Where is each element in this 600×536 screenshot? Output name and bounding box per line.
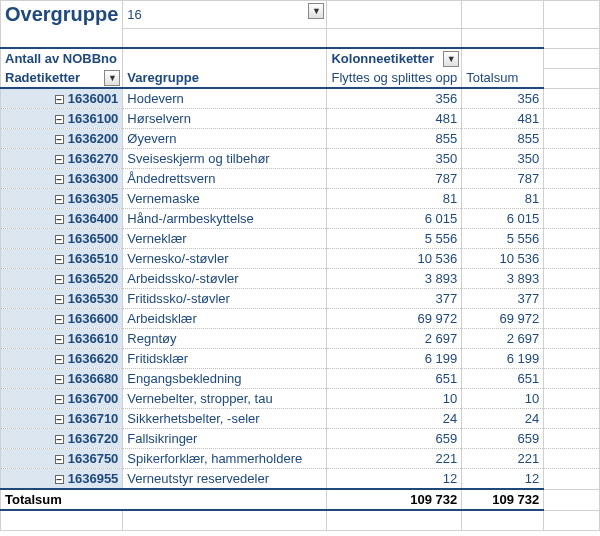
row-value-total[interactable]: 221 [462, 449, 544, 469]
row-name[interactable]: Engangsbekledning [123, 369, 327, 389]
row-value-1[interactable]: 69 972 [327, 309, 462, 329]
dropdown-icon[interactable]: ▼ [443, 51, 459, 67]
row-name[interactable]: Sikkerhetsbelter, -seler [123, 409, 327, 429]
row-value-total[interactable]: 651 [462, 369, 544, 389]
measure-label[interactable]: Antall av NOBBno [1, 48, 123, 68]
collapse-icon[interactable]: − [55, 315, 64, 324]
row-value-1[interactable]: 10 [327, 389, 462, 409]
row-code-cell[interactable]: −1636520 [1, 269, 123, 289]
row-value-total[interactable]: 69 972 [462, 309, 544, 329]
col1-header[interactable]: Flyttes og splittes opp [327, 68, 462, 88]
collapse-icon[interactable]: − [55, 115, 64, 124]
row-value-total[interactable]: 659 [462, 429, 544, 449]
empty-cell[interactable] [544, 489, 600, 510]
row-value-total[interactable]: 481 [462, 109, 544, 129]
row-value-1[interactable]: 221 [327, 449, 462, 469]
empty-cell[interactable] [544, 329, 600, 349]
row-value-total[interactable]: 2 697 [462, 329, 544, 349]
row-value-total[interactable]: 787 [462, 169, 544, 189]
row-value-total[interactable]: 10 536 [462, 249, 544, 269]
row-code-cell[interactable]: −1636530 [1, 289, 123, 309]
empty-cell[interactable] [544, 369, 600, 389]
empty-cell[interactable] [462, 510, 544, 530]
empty-cell[interactable] [544, 189, 600, 209]
empty-cell[interactable] [1, 510, 123, 530]
row-code-cell[interactable]: −1636300 [1, 169, 123, 189]
row-value-total[interactable]: 350 [462, 149, 544, 169]
empty-cell[interactable] [544, 129, 600, 149]
row-value-total[interactable]: 377 [462, 289, 544, 309]
row-value-total[interactable]: 3 893 [462, 269, 544, 289]
row-value-total[interactable]: 6 199 [462, 349, 544, 369]
empty-cell[interactable] [544, 429, 600, 449]
row-value-1[interactable]: 377 [327, 289, 462, 309]
collapse-icon[interactable]: − [55, 275, 64, 284]
empty-cell[interactable] [544, 229, 600, 249]
row-code-cell[interactable]: −1636710 [1, 409, 123, 429]
row-code-cell[interactable]: −1636620 [1, 349, 123, 369]
row-code-cell[interactable]: −1636720 [1, 429, 123, 449]
collapse-icon[interactable]: − [55, 295, 64, 304]
row-value-1[interactable]: 356 [327, 88, 462, 109]
row-value-total[interactable]: 855 [462, 129, 544, 149]
collapse-icon[interactable]: − [55, 155, 64, 164]
empty-cell[interactable] [544, 48, 600, 68]
row-value-1[interactable]: 651 [327, 369, 462, 389]
row-value-1[interactable]: 787 [327, 169, 462, 189]
row-code-cell[interactable]: −1636500 [1, 229, 123, 249]
row-value-total[interactable]: 5 556 [462, 229, 544, 249]
row-name[interactable]: Hodevern [123, 88, 327, 109]
empty-cell[interactable] [327, 1, 462, 29]
row-name[interactable]: Hørselvern [123, 109, 327, 129]
collapse-icon[interactable]: − [55, 475, 64, 484]
row-name[interactable]: Fritidsklær [123, 349, 327, 369]
row-name[interactable]: Hånd-/armbeskyttelse [123, 209, 327, 229]
column-header-cell[interactable]: Kolonneetiketter ▼ [327, 48, 462, 68]
row-value-total[interactable]: 12 [462, 469, 544, 490]
empty-cell[interactable] [544, 169, 600, 189]
row-code-cell[interactable]: −1636200 [1, 129, 123, 149]
row-value-1[interactable]: 855 [327, 129, 462, 149]
row-code-cell[interactable]: −1636700 [1, 389, 123, 409]
collapse-icon[interactable]: − [55, 335, 64, 344]
row-value-total[interactable]: 6 015 [462, 209, 544, 229]
grand-total-v1[interactable]: 109 732 [327, 489, 462, 510]
row-name[interactable]: Verneklær [123, 229, 327, 249]
varegruppe-header[interactable]: Varegruppe [123, 68, 327, 88]
collapse-icon[interactable]: − [55, 435, 64, 444]
grand-total-v2[interactable]: 109 732 [462, 489, 544, 510]
empty-cell[interactable] [544, 510, 600, 530]
row-code-cell[interactable]: −1636510 [1, 249, 123, 269]
empty-cell[interactable] [462, 1, 544, 29]
collapse-icon[interactable]: − [55, 375, 64, 384]
row-label-header[interactable]: Radetiketter ▼ [1, 68, 123, 88]
row-value-1[interactable]: 10 536 [327, 249, 462, 269]
row-value-1[interactable]: 6 015 [327, 209, 462, 229]
empty-cell[interactable] [327, 510, 462, 530]
grand-total-label[interactable]: Totalsum [1, 489, 327, 510]
row-value-total[interactable]: 356 [462, 88, 544, 109]
row-name[interactable]: Vernesko/-støvler [123, 249, 327, 269]
row-value-1[interactable]: 5 556 [327, 229, 462, 249]
filter-icon[interactable]: ▼ [308, 3, 324, 19]
collapse-icon[interactable]: − [55, 235, 64, 244]
collapse-icon[interactable]: − [55, 415, 64, 424]
collapse-icon[interactable]: − [55, 395, 64, 404]
collapse-icon[interactable]: − [55, 175, 64, 184]
row-name[interactable]: Fallsikringer [123, 429, 327, 449]
empty-cell[interactable] [544, 389, 600, 409]
row-value-1[interactable]: 24 [327, 409, 462, 429]
row-name[interactable]: Verneutstyr reservedeler [123, 469, 327, 490]
empty-cell[interactable] [544, 469, 600, 490]
row-code-cell[interactable]: −1636610 [1, 329, 123, 349]
row-value-1[interactable]: 2 697 [327, 329, 462, 349]
column-group-label[interactable] [123, 48, 327, 68]
row-name[interactable]: Fritidssko/-støvler [123, 289, 327, 309]
row-value-1[interactable]: 6 199 [327, 349, 462, 369]
row-value-1[interactable]: 3 893 [327, 269, 462, 289]
collapse-icon[interactable]: − [55, 255, 64, 264]
row-code-cell[interactable]: −1636001 [1, 88, 123, 109]
empty-cell[interactable] [544, 149, 600, 169]
slicer-value-cell[interactable]: 16 ▼ [123, 1, 327, 29]
row-code-cell[interactable]: −1636100 [1, 109, 123, 129]
